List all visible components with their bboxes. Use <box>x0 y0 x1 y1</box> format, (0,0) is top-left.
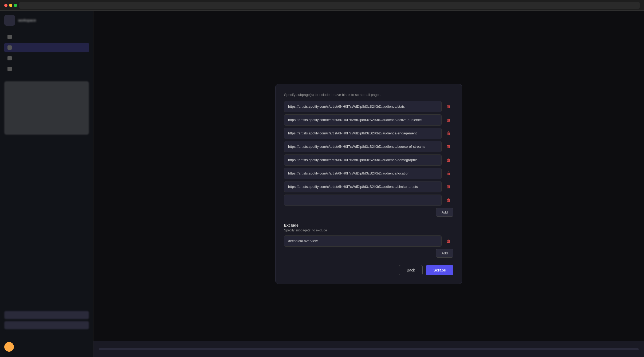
sidebar-icon-2 <box>7 45 12 50</box>
delete-include-url-button-0[interactable]: 🗑 <box>444 102 453 111</box>
delete-include-url-button-3[interactable]: 🗑 <box>444 142 453 152</box>
include-url-input-3[interactable] <box>284 141 442 152</box>
include-urls-container: 🗑🗑🗑🗑🗑🗑🗑🗑 <box>284 101 453 206</box>
trash-icon: 🗑 <box>446 184 451 189</box>
sidebar-bottom-item-1 <box>4 311 89 319</box>
sidebar: workspace <box>0 11 93 357</box>
include-url-input-1[interactable] <box>284 114 442 126</box>
include-url-input-2[interactable] <box>284 128 442 139</box>
sidebar-icon-4 <box>7 67 12 71</box>
delete-include-url-button-7[interactable]: 🗑 <box>444 195 453 205</box>
include-url-input-4[interactable] <box>284 154 442 166</box>
exclude-urls-container: 🗑 <box>284 235 453 247</box>
delete-include-url-button-6[interactable]: 🗑 <box>444 182 453 192</box>
sidebar-nav <box>0 30 93 77</box>
sidebar-item-4[interactable] <box>4 64 89 74</box>
trash-icon: 🗑 <box>446 131 451 136</box>
browser-bar <box>0 0 644 11</box>
scroll-track[interactable] <box>99 348 639 350</box>
trash-icon: 🗑 <box>446 144 451 149</box>
delete-include-url-button-4[interactable]: 🗑 <box>444 155 453 165</box>
dialog-card: Specify subpage(s) to include. Leave bla… <box>275 84 462 284</box>
trash-icon: 🗑 <box>446 104 451 109</box>
sidebar-icon-1 <box>7 35 12 39</box>
sidebar-bottom <box>0 307 93 336</box>
maximize-dot[interactable] <box>14 4 17 7</box>
add-include-button[interactable]: Add <box>436 208 453 217</box>
exclude-hint: Specify subpage(s) to exclude <box>284 228 453 232</box>
include-url-input-7[interactable] <box>284 195 442 206</box>
bottom-scrollbar[interactable] <box>93 341 644 357</box>
browser-dots <box>4 4 17 7</box>
trash-icon: 🗑 <box>446 171 451 176</box>
sidebar-header: workspace <box>0 11 93 30</box>
trash-icon: 🗑 <box>446 198 451 203</box>
sidebar-item-1[interactable] <box>4 32 89 42</box>
sidebar-item-3[interactable] <box>4 53 89 63</box>
main-content: Specify subpage(s) to include. Leave bla… <box>93 11 644 357</box>
delete-include-url-button-1[interactable]: 🗑 <box>444 115 453 125</box>
delete-include-url-button-2[interactable]: 🗑 <box>444 129 453 138</box>
include-url-row: 🗑 <box>284 114 453 126</box>
trash-icon: 🗑 <box>446 158 451 162</box>
include-url-row: 🗑 <box>284 181 453 192</box>
avatar[interactable] <box>4 342 14 352</box>
include-hint: Specify subpage(s) to include. Leave bla… <box>284 93 453 97</box>
scrape-button[interactable]: Scrape <box>426 265 453 275</box>
delete-include-url-button-5[interactable]: 🗑 <box>444 169 453 178</box>
include-url-row: 🗑 <box>284 128 453 139</box>
action-buttons: Back Scrape <box>284 265 453 275</box>
sidebar-content-preview <box>4 81 89 135</box>
exclude-url-row: 🗑 <box>284 235 453 247</box>
trash-icon: 🗑 <box>446 118 451 122</box>
back-button[interactable]: Back <box>399 265 423 275</box>
exclude-section: Exclude Specify subpage(s) to exclude 🗑 … <box>284 223 453 258</box>
sidebar-icon-3 <box>7 56 12 60</box>
include-url-input-6[interactable] <box>284 181 442 192</box>
include-url-input-5[interactable] <box>284 168 442 179</box>
include-url-row: 🗑 <box>284 101 453 112</box>
close-dot[interactable] <box>4 4 7 7</box>
sidebar-logo <box>4 15 15 26</box>
include-url-row: 🗑 <box>284 154 453 166</box>
minimize-dot[interactable] <box>9 4 12 7</box>
exclude-title: Exclude <box>284 223 453 227</box>
include-url-row: 🗑 <box>284 168 453 179</box>
trash-icon: 🗑 <box>446 239 451 243</box>
address-bar[interactable] <box>19 2 640 9</box>
add-exclude-button[interactable]: Add <box>436 249 453 258</box>
include-url-row: 🗑 <box>284 195 453 206</box>
exclude-url-input-0[interactable] <box>284 235 442 247</box>
include-url-row: 🗑 <box>284 141 453 152</box>
delete-exclude-url-button-0[interactable]: 🗑 <box>444 236 453 246</box>
sidebar-bottom-item-2 <box>4 321 89 329</box>
sidebar-item-2[interactable] <box>4 43 89 52</box>
include-url-input-0[interactable] <box>284 101 442 112</box>
sidebar-title: workspace <box>18 18 36 22</box>
